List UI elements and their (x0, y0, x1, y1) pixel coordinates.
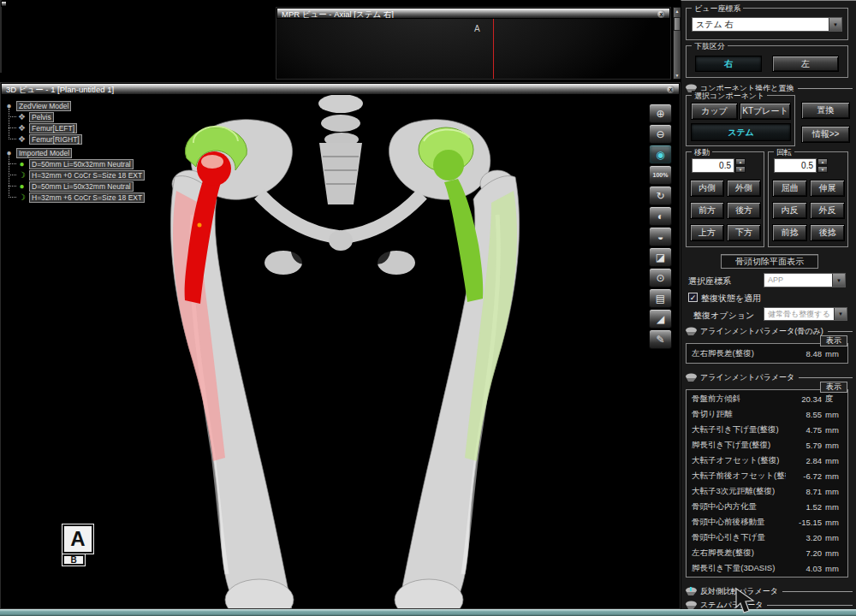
coord-select-dropdown[interactable]: APP ▼ (764, 273, 846, 287)
param-label: 脚長引き下げ量(整復) (692, 440, 786, 451)
spinner-up-icon[interactable]: ▲ (817, 158, 828, 165)
slice-cursor-line[interactable] (493, 19, 494, 79)
sagittal-titlebar[interactable]: x (1, 1, 7, 7)
divider (782, 591, 853, 592)
view-coord-group: ビュー座標系 ステム 右 ▼ (686, 8, 848, 40)
tree-item-head-1[interactable]: ☽ H=32mm +0 CoCr S=Size 18 EXT (17, 169, 145, 181)
param-value: 2.84 (786, 456, 822, 465)
bone-model-icon: ❖ (17, 123, 27, 133)
move-posterior-button[interactable]: 後方 (727, 202, 761, 219)
chevron-down-icon[interactable]: ▼ (834, 308, 847, 320)
limb-right-button[interactable]: 右 (695, 56, 762, 72)
stem-button[interactable]: ステム (691, 123, 791, 141)
reduction-option-dropdown[interactable]: 健常骨も整復する ▼ (764, 307, 847, 321)
close-icon[interactable]: x (657, 10, 665, 18)
param-unit: mm (825, 425, 842, 435)
reduction-option-value: 健常骨も整復する (764, 308, 834, 320)
align-show-button[interactable]: 表示 (820, 382, 847, 393)
move-superior-button[interactable]: 上方 (690, 224, 724, 241)
move-medial-button[interactable]: 内側 (690, 180, 724, 197)
move-inferior-button[interactable]: 下方 (727, 224, 761, 241)
view-coord-select[interactable]: ステム 右 ▼ (692, 17, 842, 32)
param-row: 大転子3次元距離(整復)8.71mm (687, 486, 847, 497)
rotate-view-icon[interactable]: ↻ (649, 186, 672, 205)
tree-label[interactable]: Pelvis (29, 112, 54, 122)
tree-label[interactable]: ZedView Model (16, 101, 71, 111)
render-sphere-icon[interactable]: ◒ (649, 227, 672, 246)
tree-label[interactable]: D=50mm Li=50x32mm Neutral (29, 159, 134, 169)
tree-label[interactable]: Femur[RIGHT] (29, 134, 82, 145)
tree-label[interactable]: Imported Model (16, 148, 72, 158)
mpr-scrollbar-thumb[interactable] (674, 17, 681, 31)
replace-button[interactable]: 置換 (801, 102, 850, 119)
contrast-icon[interactable]: ◐ (649, 206, 672, 226)
tree-label[interactable]: D=50mm Li=50x32mm Neutral (29, 181, 134, 192)
tree-label[interactable]: Femur[LEFT] (29, 123, 77, 133)
clip-plane-icon[interactable]: ◪ (649, 247, 672, 267)
rotate-step-spinner[interactable]: 0.5 ▲ ▼ (774, 158, 828, 173)
close-icon[interactable]: x (667, 86, 675, 93)
zoom-in-icon[interactable]: ⊕ (649, 104, 672, 123)
corner-view-icon[interactable]: ◢ (649, 309, 672, 329)
scroll-down-icon[interactable]: ▼ (675, 73, 680, 78)
mpr-titlebar[interactable]: MPR ビュー - Axial [ステム 右] x (276, 8, 670, 19)
param-unit: mm (825, 564, 842, 573)
move-lateral-button[interactable]: 外側 (727, 180, 761, 197)
resection-plane-button[interactable]: 骨頭切除平面表示 (721, 254, 818, 269)
camera-icon[interactable]: ◉ (649, 145, 672, 164)
move-step-value[interactable]: 0.5 (692, 158, 734, 173)
param-value: 4.75 (786, 425, 822, 435)
move-anterior-button[interactable]: 前方 (690, 202, 724, 219)
orientation-cube[interactable]: A B (62, 524, 93, 566)
align-bone-show-button[interactable]: 表示 (820, 335, 847, 346)
close-icon[interactable]: x (1, 3, 2, 7)
tree-root-imported-model[interactable]: ● Imported Model (4, 147, 145, 158)
info-button[interactable]: 情報>> (801, 126, 850, 143)
opposite-params-header[interactable]: 反対側比較パラメータ (685, 586, 853, 596)
bottom-progress-bar[interactable] (0, 609, 856, 616)
chevron-down-icon[interactable]: ▼ (832, 274, 845, 287)
tree-item-cup-1[interactable]: ● D=50mm Li=50x32mm Neutral (17, 158, 145, 169)
tree-label[interactable]: H=32mm +0 CoCr S=Size 18 EXT (29, 170, 145, 181)
tree-group-imported: ● Imported Model ● D=50mm Li=50x32mm Neu… (4, 147, 145, 203)
limb-left-button[interactable]: 左 (772, 56, 839, 72)
tree-item-cup-2[interactable]: ● D=50mm Li=50x32mm Neutral (17, 181, 145, 192)
annotate-pen-icon[interactable]: ✎ (649, 329, 672, 349)
param-label: 大転子前後オフセット(整復) (692, 471, 786, 482)
tree-item-femur-right[interactable]: ❖ Femur[RIGHT] (17, 133, 145, 145)
tree-item-femur-left[interactable]: ❖ Femur[LEFT] (17, 122, 145, 133)
rotate-anteversion-button[interactable]: 前捻 (772, 224, 807, 241)
measure-ruler-icon[interactable]: ▤ (649, 288, 672, 308)
tree-item-head-2[interactable]: ☽ H=32mm +6 CoCr S=Size 18 EXT (17, 192, 145, 203)
chevron-down-icon[interactable]: ▼ (829, 18, 841, 31)
move-group: 移動 0.5 ▲ ▼ 内側 外側 前方 後方 上方 下方 (686, 151, 764, 247)
spinner-up-icon[interactable]: ▲ (735, 158, 746, 165)
divider (799, 377, 853, 378)
zoom-100-icon[interactable]: 100% (649, 165, 672, 185)
spinner-down-icon[interactable]: ▼ (735, 166, 746, 173)
tree-item-pelvis[interactable]: ❖ Pelvis (17, 111, 145, 122)
align-title: アラインメントパラメータ (700, 372, 794, 383)
tree-label[interactable]: H=32mm +6 CoCr S=Size 18 EXT (29, 192, 145, 203)
rotate-varus-button[interactable]: 内反 (772, 202, 807, 219)
spinner-down-icon[interactable]: ▼ (817, 166, 828, 173)
coord-select-value: APP (764, 274, 832, 287)
zoom-region-icon[interactable]: ⊙ (649, 268, 672, 287)
move-step-spinner[interactable]: 0.5 ▲ ▼ (692, 158, 746, 173)
rotate-extension-button[interactable]: 伸展 (810, 180, 845, 197)
3d-view-titlebar[interactable]: 3D ビュー - 1 [Plan-untitled 1] x (1, 83, 680, 95)
zoom-out-icon[interactable]: ⊖ (649, 124, 672, 144)
cup-button[interactable]: カップ (691, 103, 738, 120)
tree-root-zedview-model[interactable]: ● ZedView Model (4, 100, 145, 111)
rotate-step-value[interactable]: 0.5 (774, 158, 817, 173)
mouse-cursor-icon (734, 588, 757, 613)
3d-canvas[interactable]: ● ZedView Model ❖ Pelvis ❖ Femur[LEFT] ❖… (1, 95, 680, 608)
rotate-flexion-button[interactable]: 屈曲 (772, 180, 807, 197)
scroll-up-icon[interactable]: ▲ (675, 9, 680, 14)
rotate-valgus-button[interactable]: 外反 (810, 202, 845, 219)
3d-view: 3D ビュー - 1 [Plan-untitled 1] x (0, 82, 681, 609)
rotate-retroversion-button[interactable]: 後捻 (810, 224, 845, 241)
mpr-ct-image[interactable]: A (276, 19, 670, 79)
reduction-checkbox[interactable]: ✓ (688, 293, 698, 302)
kt-plate-button[interactable]: KTプレート (740, 103, 791, 120)
